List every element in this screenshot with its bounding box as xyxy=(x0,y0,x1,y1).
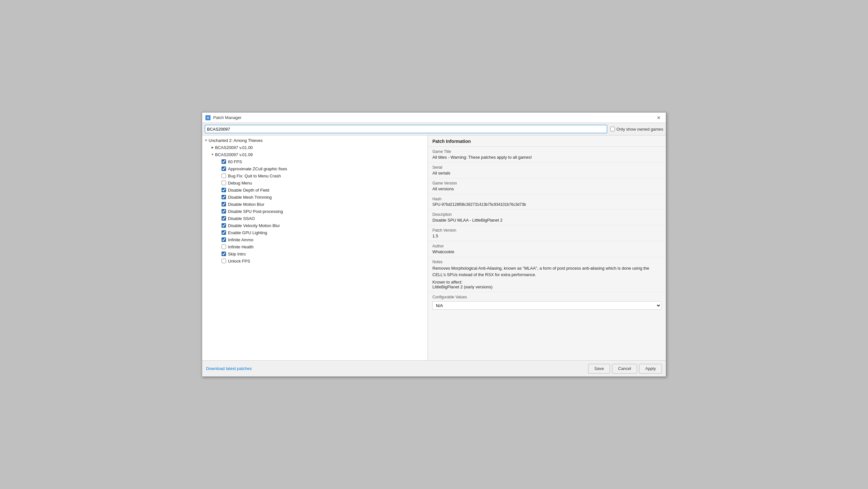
list-item[interactable]: Disable Velocity Motion Blur xyxy=(215,222,428,229)
patch-checkbox-60fps[interactable] xyxy=(221,159,226,164)
list-item[interactable]: Disable SSAO xyxy=(215,215,428,222)
list-item[interactable]: Infinite Ammo xyxy=(215,236,428,243)
list-item[interactable]: Disable SPU Post-processing xyxy=(215,208,428,215)
game-label: Uncharted 2: Among Thieves xyxy=(209,138,262,143)
app-icon xyxy=(206,115,211,120)
game-version-label: Game Version xyxy=(432,181,661,185)
notes-value: Removes Morphological Anti-Aliasing, kno… xyxy=(432,265,661,278)
patch-label: Infinite Ammo xyxy=(228,237,253,242)
author-value: Whatcookie xyxy=(432,249,661,254)
window-title: Patch Manager xyxy=(213,115,242,120)
save-button[interactable]: Save xyxy=(588,364,610,373)
list-item[interactable]: Approximate ZCull graphic fixes xyxy=(215,165,428,172)
spacer-icon xyxy=(216,216,221,221)
patch-checkbox-spu[interactable] xyxy=(221,209,226,214)
title-bar-left: Patch Manager xyxy=(206,115,242,120)
patch-checkbox-zcull[interactable] xyxy=(221,166,226,171)
spacer-icon xyxy=(216,180,221,185)
list-item[interactable]: Disable Depth of Field xyxy=(215,186,428,193)
patch-label: Disable Depth of Field xyxy=(228,188,269,192)
list-item[interactable]: Disable Motion Blur xyxy=(215,201,428,208)
description-row: Description Disable SPU MLAA - LittleBig… xyxy=(428,210,666,225)
version-label: BCAS20097 v.01.00 xyxy=(215,145,253,150)
patch-checkbox-debug[interactable] xyxy=(221,181,226,185)
spacer-icon xyxy=(216,202,221,207)
list-item[interactable]: Bug Fix: Quit to Menu Crash xyxy=(215,172,428,179)
spacer-icon xyxy=(216,209,221,214)
chevron-down-icon-2: ▼ xyxy=(210,152,215,157)
patch-label: Bug Fix: Quit to Menu Crash xyxy=(228,174,281,178)
patch-checkbox-motion-blur[interactable] xyxy=(221,202,226,207)
description-label: Description xyxy=(432,212,661,217)
patch-label: Disable SPU Post-processing xyxy=(228,209,283,214)
serial-value: All serials xyxy=(432,171,661,176)
spacer-icon xyxy=(216,251,221,256)
list-item[interactable]: Skip Intro xyxy=(215,250,428,257)
patch-info-header: Patch Information xyxy=(428,135,666,147)
game-title-value: All titles - Warning: These patches appl… xyxy=(432,155,661,160)
tree-item-game-uncharted2[interactable]: ▼ Uncharted 2: Among Thieves xyxy=(202,137,428,144)
known-affect-label: Known to affect: xyxy=(432,280,661,284)
toolbar: Only show owned games xyxy=(202,123,666,135)
cancel-button[interactable]: Cancel xyxy=(612,364,637,373)
configurable-select[interactable]: N/A xyxy=(432,301,661,310)
patch-label: Enable GPU Lighting xyxy=(228,230,267,235)
patch-checkbox-unlock-fps[interactable] xyxy=(221,259,226,263)
list-item[interactable]: Enable GPU Lighting xyxy=(215,229,428,236)
spacer-icon xyxy=(216,258,221,264)
patch-version-value: 1.5 xyxy=(432,234,661,238)
game-version-row: Game Version All versions xyxy=(428,178,666,194)
patch-checkbox-mesh[interactable] xyxy=(221,195,226,200)
list-item[interactable]: Debug Menu xyxy=(215,179,428,186)
patch-checkbox-bugfix[interactable] xyxy=(221,174,226,178)
known-affect-value: LittleBigPlanet 2 (early versions) xyxy=(432,284,661,289)
patch-label: Skip Intro xyxy=(228,252,246,256)
search-input[interactable] xyxy=(205,125,607,133)
bottom-bar: Download latest patches Save Cancel Appl… xyxy=(202,360,666,376)
patch-checkbox-velocity[interactable] xyxy=(221,223,226,228)
patch-checkbox-ammo[interactable] xyxy=(221,237,226,242)
list-item[interactable]: Unlock FPS xyxy=(215,257,428,265)
hash-label: Hash xyxy=(432,197,661,201)
patch-checkbox-gpu[interactable] xyxy=(221,230,226,235)
only-owned-label[interactable]: Only show owned games xyxy=(610,127,663,132)
tree-item-version-v0100[interactable]: ▶ BCAS20097 v.01.00 xyxy=(209,144,428,151)
hash-row: Hash SPU-976d2128f08c362731413b75c934101… xyxy=(428,194,666,210)
list-item[interactable]: 60 FPS xyxy=(215,158,428,165)
notes-label: Notes xyxy=(432,259,661,264)
game-title-label: Game Title xyxy=(432,149,661,154)
game-title-row: Game Title All titles - Warning: These p… xyxy=(428,147,666,162)
configurable-label: Configurable Values xyxy=(432,295,661,299)
author-label: Author xyxy=(432,244,661,248)
description-value: Disable SPU MLAA - LittleBigPlanet 2 xyxy=(432,218,661,222)
patch-checkbox-dof[interactable] xyxy=(221,188,226,192)
patch-checkbox-skip-intro[interactable] xyxy=(221,252,226,256)
patch-label: 60 FPS xyxy=(228,159,242,164)
close-button[interactable]: ✕ xyxy=(655,114,662,122)
spacer-icon xyxy=(216,244,221,249)
spacer-icon xyxy=(216,187,221,192)
spacer-icon xyxy=(216,173,221,178)
game-version-value: All versions xyxy=(432,186,661,191)
patch-checkbox-ssao[interactable] xyxy=(221,216,226,221)
patch-label: Disable Velocity Motion Blur xyxy=(228,223,280,228)
download-latest-patches-link[interactable]: Download latest patches xyxy=(206,366,252,371)
spacer-icon xyxy=(216,194,221,200)
right-panel: Patch Information Game Title All titles … xyxy=(428,135,666,360)
patch-label: Approximate ZCull graphic fixes xyxy=(228,166,287,171)
list-item[interactable]: Infinite Health xyxy=(215,243,428,250)
serial-row: Serial All serials xyxy=(428,162,666,178)
spacer-icon xyxy=(216,230,221,235)
only-owned-checkbox[interactable] xyxy=(610,127,615,131)
patch-checkbox-health[interactable] xyxy=(221,245,226,249)
main-content: ▼ Uncharted 2: Among Thieves ▶ BCAS20097… xyxy=(202,135,666,360)
configurable-section: Configurable Values N/A xyxy=(428,292,666,312)
patch-label: Debug Menu xyxy=(228,181,252,185)
patch-label: Disable Mesh Trimming xyxy=(228,195,272,200)
list-item[interactable]: Disable Mesh Trimming xyxy=(215,193,428,201)
apply-button[interactable]: Apply xyxy=(639,364,662,373)
tree-item-version-v0109[interactable]: ▼ BCAS20097 v.01.09 xyxy=(209,151,428,158)
version-label-2: BCAS20097 v.01.09 xyxy=(215,152,253,157)
author-row: Author Whatcookie xyxy=(428,241,666,257)
spacer-icon xyxy=(216,237,221,242)
